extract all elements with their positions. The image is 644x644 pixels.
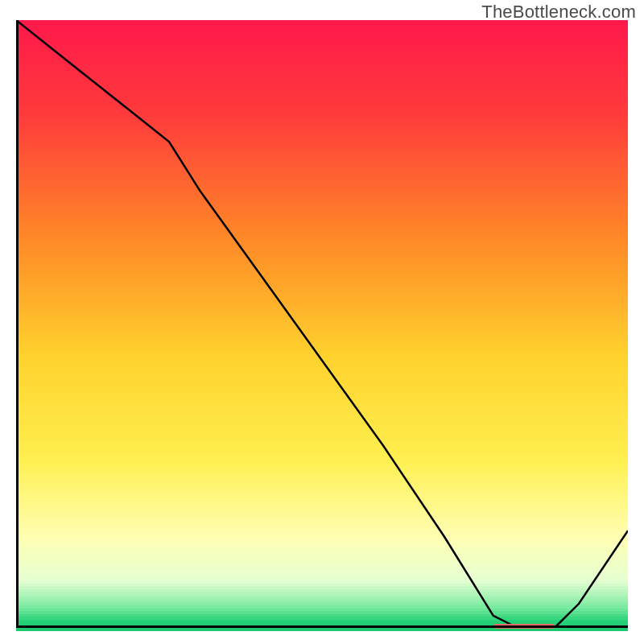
- chart-container: TheBottleneck.com: [0, 0, 644, 644]
- bottleneck-curve-line: [16, 20, 628, 628]
- optimal-range-marker: [493, 624, 555, 629]
